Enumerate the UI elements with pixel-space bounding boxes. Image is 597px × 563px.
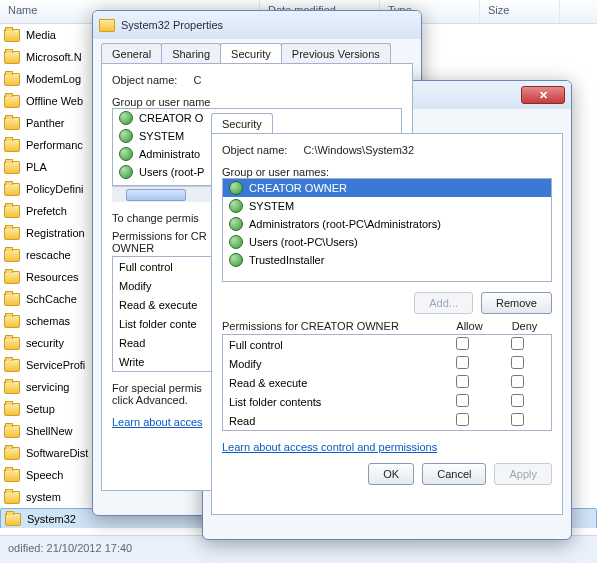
folder-name: SoftwareDist xyxy=(26,447,88,459)
group-label: Group or user names: xyxy=(222,166,552,178)
folder-icon xyxy=(4,359,20,372)
deny-checkbox[interactable] xyxy=(511,394,524,407)
permission-name: Read & execute xyxy=(229,377,435,389)
deny-checkbox[interactable] xyxy=(511,413,524,426)
tab-security[interactable]: Security xyxy=(211,113,273,133)
user-icon xyxy=(119,111,133,125)
folder-name: Performanc xyxy=(26,139,83,151)
folder-name: ShellNew xyxy=(26,425,72,437)
folder-name: schemas xyxy=(26,315,70,327)
group-label: Group or user name xyxy=(112,96,402,108)
folder-name: system xyxy=(26,491,61,503)
allow-checkbox[interactable] xyxy=(456,375,469,388)
folder-icon xyxy=(4,95,20,108)
user-icon xyxy=(229,199,243,213)
folder-icon xyxy=(4,425,20,438)
permissions-tab-panel: Object name: C:\Windows\System32 Group o… xyxy=(211,133,563,515)
folder-name: Offline Web xyxy=(26,95,83,107)
permission-row: Modify xyxy=(223,354,551,373)
add-button[interactable]: Add... xyxy=(414,292,473,314)
close-icon: ✕ xyxy=(539,89,548,102)
folder-icon xyxy=(4,491,20,504)
folder-name: Media xyxy=(26,29,56,41)
properties-title: System32 Properties xyxy=(121,19,223,31)
apply-button[interactable]: Apply xyxy=(494,463,552,485)
col-size[interactable]: Size xyxy=(480,0,560,23)
deny-checkbox[interactable] xyxy=(511,375,524,388)
user-label: Users (root-P xyxy=(139,166,204,178)
folder-name: Microsoft.N xyxy=(26,51,82,63)
deny-checkbox[interactable] xyxy=(511,356,524,369)
properties-titlebar[interactable]: System32 Properties xyxy=(93,11,421,39)
allow-checkbox[interactable] xyxy=(456,337,469,350)
object-name-value: C xyxy=(193,74,201,86)
user-icon xyxy=(229,217,243,231)
permission-row: Read & execute xyxy=(223,373,551,392)
user-item[interactable]: Users (root-PC\Users) xyxy=(223,233,551,251)
folder-icon xyxy=(4,403,20,416)
permission-name: Read xyxy=(229,415,435,427)
scrollbar-thumb[interactable] xyxy=(126,189,186,201)
learn-more-link[interactable]: Learn about acces xyxy=(112,416,203,428)
folder-icon xyxy=(4,205,20,218)
folder-icon xyxy=(99,19,115,32)
user-icon xyxy=(119,165,133,179)
deny-header: Deny xyxy=(497,320,552,332)
status-value: 21/10/2012 17:40 xyxy=(47,542,133,554)
folder-icon xyxy=(4,337,20,350)
cancel-button[interactable]: Cancel xyxy=(422,463,486,485)
learn-more-link[interactable]: Learn about access control and permissio… xyxy=(222,441,437,453)
deny-checkbox[interactable] xyxy=(511,337,524,350)
user-label: Administrato xyxy=(139,148,200,160)
folder-icon xyxy=(4,469,20,482)
close-button[interactable]: ✕ xyxy=(521,86,565,104)
folder-icon xyxy=(4,139,20,152)
allow-checkbox[interactable] xyxy=(456,394,469,407)
remove-button[interactable]: Remove xyxy=(481,292,552,314)
folder-name: Registration xyxy=(26,227,85,239)
folder-icon xyxy=(4,381,20,394)
folder-name: Setup xyxy=(26,403,55,415)
ok-button[interactable]: OK xyxy=(368,463,414,485)
folder-icon xyxy=(4,227,20,240)
folder-name: ModemLog xyxy=(26,73,81,85)
user-label: Users (root-PC\Users) xyxy=(249,236,358,248)
folder-name: security xyxy=(26,337,64,349)
status-label: odified: xyxy=(8,542,43,554)
tab-security[interactable]: Security xyxy=(220,43,282,63)
folder-icon xyxy=(4,161,20,174)
folder-icon xyxy=(4,447,20,460)
tab-general[interactable]: General xyxy=(101,43,162,63)
folder-icon xyxy=(4,183,20,196)
permission-name: List folder contents xyxy=(229,396,435,408)
tab-previous-versions[interactable]: Previous Versions xyxy=(281,43,391,63)
user-item[interactable]: CREATOR OWNER xyxy=(223,179,551,197)
permissions-for-label: Permissions for CREATOR OWNER xyxy=(222,320,442,332)
object-name-value: C:\Windows\System32 xyxy=(303,144,414,156)
object-name-label: Object name: xyxy=(112,74,177,86)
user-item[interactable]: SYSTEM xyxy=(223,197,551,215)
permission-row: Read xyxy=(223,411,551,430)
folder-icon xyxy=(5,513,21,526)
folder-name: System32 xyxy=(27,513,76,525)
tab-sharing[interactable]: Sharing xyxy=(161,43,221,63)
folder-name: servicing xyxy=(26,381,69,393)
permissions-user-list[interactable]: CREATOR OWNERSYSTEMAdministrators (root-… xyxy=(222,178,552,282)
user-item[interactable]: TrustedInstaller xyxy=(223,251,551,269)
user-item[interactable]: Administrators (root-PC\Administrators) xyxy=(223,215,551,233)
permission-name: Full control xyxy=(229,339,435,351)
allow-checkbox[interactable] xyxy=(456,356,469,369)
permission-row: Full control xyxy=(223,335,551,354)
folder-icon xyxy=(4,117,20,130)
allow-checkbox[interactable] xyxy=(456,413,469,426)
folder-icon xyxy=(4,29,20,42)
properties-tabs: General Sharing Security Previous Versio… xyxy=(101,43,413,63)
permission-name: Modify xyxy=(229,358,435,370)
user-label: TrustedInstaller xyxy=(249,254,324,266)
user-label: CREATOR O xyxy=(139,112,203,124)
folder-icon xyxy=(4,51,20,64)
user-icon xyxy=(229,235,243,249)
user-icon xyxy=(229,181,243,195)
user-icon xyxy=(229,253,243,267)
folder-name: Speech xyxy=(26,469,63,481)
